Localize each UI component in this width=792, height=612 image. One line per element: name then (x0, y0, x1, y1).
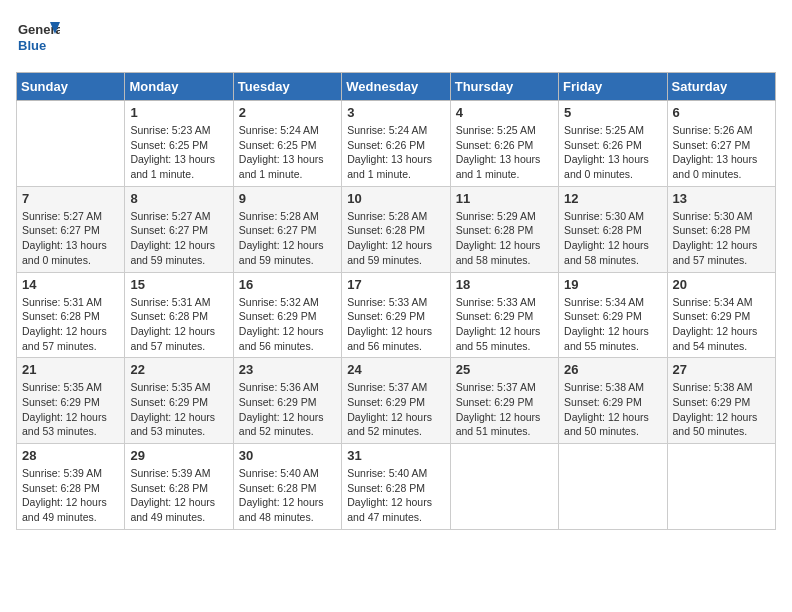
calendar-cell: 28Sunrise: 5:39 AMSunset: 6:28 PMDayligh… (17, 444, 125, 530)
calendar-cell: 25Sunrise: 5:37 AMSunset: 6:29 PMDayligh… (450, 358, 558, 444)
day-number: 18 (456, 277, 553, 292)
day-number: 7 (22, 191, 119, 206)
day-number: 17 (347, 277, 444, 292)
day-header-wednesday: Wednesday (342, 73, 450, 101)
calendar-cell: 2Sunrise: 5:24 AMSunset: 6:25 PMDaylight… (233, 101, 341, 187)
day-number: 26 (564, 362, 661, 377)
day-info: Sunrise: 5:40 AMSunset: 6:28 PMDaylight:… (347, 466, 444, 525)
day-header-sunday: Sunday (17, 73, 125, 101)
day-number: 6 (673, 105, 770, 120)
day-info: Sunrise: 5:25 AMSunset: 6:26 PMDaylight:… (456, 123, 553, 182)
day-header-tuesday: Tuesday (233, 73, 341, 101)
calendar-cell: 8Sunrise: 5:27 AMSunset: 6:27 PMDaylight… (125, 186, 233, 272)
day-number: 29 (130, 448, 227, 463)
day-number: 28 (22, 448, 119, 463)
calendar-cell (559, 444, 667, 530)
day-info: Sunrise: 5:34 AMSunset: 6:29 PMDaylight:… (673, 295, 770, 354)
day-number: 24 (347, 362, 444, 377)
calendar-cell: 7Sunrise: 5:27 AMSunset: 6:27 PMDaylight… (17, 186, 125, 272)
day-info: Sunrise: 5:31 AMSunset: 6:28 PMDaylight:… (130, 295, 227, 354)
logo-svg: General Blue (16, 16, 60, 60)
day-number: 16 (239, 277, 336, 292)
calendar-cell: 26Sunrise: 5:38 AMSunset: 6:29 PMDayligh… (559, 358, 667, 444)
calendar-cell: 22Sunrise: 5:35 AMSunset: 6:29 PMDayligh… (125, 358, 233, 444)
day-number: 19 (564, 277, 661, 292)
day-number: 1 (130, 105, 227, 120)
day-header-friday: Friday (559, 73, 667, 101)
day-number: 11 (456, 191, 553, 206)
day-number: 2 (239, 105, 336, 120)
calendar-cell: 31Sunrise: 5:40 AMSunset: 6:28 PMDayligh… (342, 444, 450, 530)
day-info: Sunrise: 5:32 AMSunset: 6:29 PMDaylight:… (239, 295, 336, 354)
day-info: Sunrise: 5:25 AMSunset: 6:26 PMDaylight:… (564, 123, 661, 182)
day-number: 22 (130, 362, 227, 377)
day-info: Sunrise: 5:33 AMSunset: 6:29 PMDaylight:… (456, 295, 553, 354)
day-number: 10 (347, 191, 444, 206)
calendar-cell: 19Sunrise: 5:34 AMSunset: 6:29 PMDayligh… (559, 272, 667, 358)
calendar-cell: 30Sunrise: 5:40 AMSunset: 6:28 PMDayligh… (233, 444, 341, 530)
calendar-cell: 6Sunrise: 5:26 AMSunset: 6:27 PMDaylight… (667, 101, 775, 187)
calendar-cell: 13Sunrise: 5:30 AMSunset: 6:28 PMDayligh… (667, 186, 775, 272)
day-info: Sunrise: 5:34 AMSunset: 6:29 PMDaylight:… (564, 295, 661, 354)
day-number: 31 (347, 448, 444, 463)
calendar-cell: 5Sunrise: 5:25 AMSunset: 6:26 PMDaylight… (559, 101, 667, 187)
calendar-cell: 3Sunrise: 5:24 AMSunset: 6:26 PMDaylight… (342, 101, 450, 187)
day-info: Sunrise: 5:37 AMSunset: 6:29 PMDaylight:… (347, 380, 444, 439)
day-info: Sunrise: 5:39 AMSunset: 6:28 PMDaylight:… (22, 466, 119, 525)
calendar-cell: 17Sunrise: 5:33 AMSunset: 6:29 PMDayligh… (342, 272, 450, 358)
day-header-thursday: Thursday (450, 73, 558, 101)
calendar-cell: 14Sunrise: 5:31 AMSunset: 6:28 PMDayligh… (17, 272, 125, 358)
svg-text:Blue: Blue (18, 38, 46, 53)
calendar-cell: 9Sunrise: 5:28 AMSunset: 6:27 PMDaylight… (233, 186, 341, 272)
day-info: Sunrise: 5:33 AMSunset: 6:29 PMDaylight:… (347, 295, 444, 354)
day-info: Sunrise: 5:26 AMSunset: 6:27 PMDaylight:… (673, 123, 770, 182)
day-info: Sunrise: 5:40 AMSunset: 6:28 PMDaylight:… (239, 466, 336, 525)
calendar-cell: 1Sunrise: 5:23 AMSunset: 6:25 PMDaylight… (125, 101, 233, 187)
day-number: 15 (130, 277, 227, 292)
day-number: 5 (564, 105, 661, 120)
day-number: 13 (673, 191, 770, 206)
day-info: Sunrise: 5:30 AMSunset: 6:28 PMDaylight:… (564, 209, 661, 268)
calendar-cell: 15Sunrise: 5:31 AMSunset: 6:28 PMDayligh… (125, 272, 233, 358)
day-info: Sunrise: 5:35 AMSunset: 6:29 PMDaylight:… (130, 380, 227, 439)
calendar-cell (450, 444, 558, 530)
day-info: Sunrise: 5:28 AMSunset: 6:27 PMDaylight:… (239, 209, 336, 268)
day-header-saturday: Saturday (667, 73, 775, 101)
day-number: 8 (130, 191, 227, 206)
day-info: Sunrise: 5:27 AMSunset: 6:27 PMDaylight:… (130, 209, 227, 268)
day-info: Sunrise: 5:38 AMSunset: 6:29 PMDaylight:… (564, 380, 661, 439)
day-info: Sunrise: 5:23 AMSunset: 6:25 PMDaylight:… (130, 123, 227, 182)
day-info: Sunrise: 5:24 AMSunset: 6:25 PMDaylight:… (239, 123, 336, 182)
calendar-cell: 24Sunrise: 5:37 AMSunset: 6:29 PMDayligh… (342, 358, 450, 444)
calendar-cell: 29Sunrise: 5:39 AMSunset: 6:28 PMDayligh… (125, 444, 233, 530)
page-header: General Blue (16, 16, 776, 60)
day-number: 30 (239, 448, 336, 463)
day-number: 20 (673, 277, 770, 292)
day-info: Sunrise: 5:28 AMSunset: 6:28 PMDaylight:… (347, 209, 444, 268)
day-number: 27 (673, 362, 770, 377)
day-info: Sunrise: 5:36 AMSunset: 6:29 PMDaylight:… (239, 380, 336, 439)
calendar-cell (17, 101, 125, 187)
calendar-table: SundayMondayTuesdayWednesdayThursdayFrid… (16, 72, 776, 530)
day-number: 4 (456, 105, 553, 120)
day-info: Sunrise: 5:39 AMSunset: 6:28 PMDaylight:… (130, 466, 227, 525)
calendar-cell: 23Sunrise: 5:36 AMSunset: 6:29 PMDayligh… (233, 358, 341, 444)
calendar-cell: 11Sunrise: 5:29 AMSunset: 6:28 PMDayligh… (450, 186, 558, 272)
day-number: 12 (564, 191, 661, 206)
day-number: 9 (239, 191, 336, 206)
day-info: Sunrise: 5:35 AMSunset: 6:29 PMDaylight:… (22, 380, 119, 439)
day-info: Sunrise: 5:27 AMSunset: 6:27 PMDaylight:… (22, 209, 119, 268)
calendar-cell: 4Sunrise: 5:25 AMSunset: 6:26 PMDaylight… (450, 101, 558, 187)
day-number: 3 (347, 105, 444, 120)
day-info: Sunrise: 5:31 AMSunset: 6:28 PMDaylight:… (22, 295, 119, 354)
day-number: 25 (456, 362, 553, 377)
day-info: Sunrise: 5:30 AMSunset: 6:28 PMDaylight:… (673, 209, 770, 268)
day-header-monday: Monday (125, 73, 233, 101)
calendar-cell (667, 444, 775, 530)
calendar-cell: 18Sunrise: 5:33 AMSunset: 6:29 PMDayligh… (450, 272, 558, 358)
day-info: Sunrise: 5:29 AMSunset: 6:28 PMDaylight:… (456, 209, 553, 268)
calendar-cell: 20Sunrise: 5:34 AMSunset: 6:29 PMDayligh… (667, 272, 775, 358)
calendar-cell: 12Sunrise: 5:30 AMSunset: 6:28 PMDayligh… (559, 186, 667, 272)
day-number: 21 (22, 362, 119, 377)
calendar-cell: 10Sunrise: 5:28 AMSunset: 6:28 PMDayligh… (342, 186, 450, 272)
